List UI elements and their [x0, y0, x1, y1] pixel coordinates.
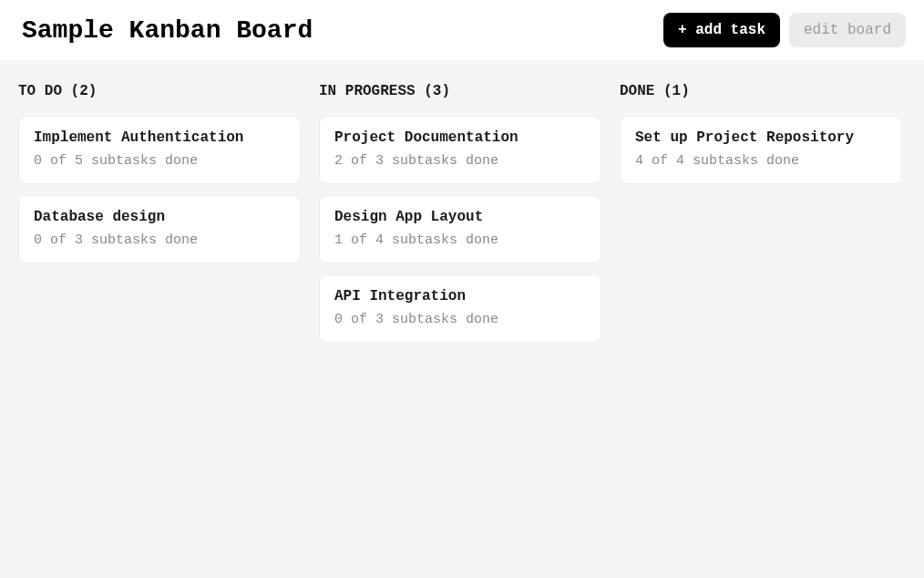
task-card[interactable]: Project Documentation 2 of 3 subtasks do… [319, 116, 601, 184]
task-card[interactable]: Implement Authentication 0 of 5 subtasks… [18, 116, 301, 184]
task-title: Design App Layout [334, 209, 586, 225]
task-title: Project Documentation [334, 129, 586, 146]
task-subtasks: 1 of 4 subtasks done [334, 232, 586, 248]
add-task-button[interactable]: + add task [663, 13, 780, 47]
task-card[interactable]: Set up Project Repository 4 of 4 subtask… [620, 116, 902, 184]
column-in-progress: IN PROGRESS (3) Project Documentation 2 … [319, 83, 601, 354]
board: TO DO (2) Implement Authentication 0 of … [0, 61, 924, 376]
header-actions: + add task edit board [663, 13, 906, 47]
column-header: TO DO (2) [18, 83, 301, 99]
column-header: IN PROGRESS (3) [319, 83, 601, 99]
task-subtasks: 4 of 4 subtasks done [635, 153, 887, 169]
task-subtasks: 0 of 3 subtasks done [34, 232, 285, 248]
task-title: Implement Authentication [34, 129, 285, 146]
task-card[interactable]: Design App Layout 1 of 4 subtasks done [319, 195, 601, 263]
task-title: API Integration [334, 288, 586, 304]
column-done: DONE (1) Set up Project Repository 4 of … [620, 83, 902, 354]
column-header: DONE (1) [620, 83, 902, 99]
header: Sample Kanban Board + add task edit boar… [0, 0, 924, 61]
task-title: Set up Project Repository [635, 129, 887, 146]
task-subtasks: 0 of 5 subtasks done [34, 153, 285, 169]
task-card[interactable]: Database design 0 of 3 subtasks done [18, 195, 301, 263]
edit-board-button[interactable]: edit board [789, 13, 906, 47]
task-subtasks: 2 of 3 subtasks done [334, 153, 586, 169]
task-subtasks: 0 of 3 subtasks done [334, 312, 586, 327]
task-card[interactable]: API Integration 0 of 3 subtasks done [319, 274, 601, 343]
page-title: Sample Kanban Board [22, 16, 313, 45]
task-title: Database design [34, 209, 285, 225]
column-todo: TO DO (2) Implement Authentication 0 of … [18, 83, 301, 354]
